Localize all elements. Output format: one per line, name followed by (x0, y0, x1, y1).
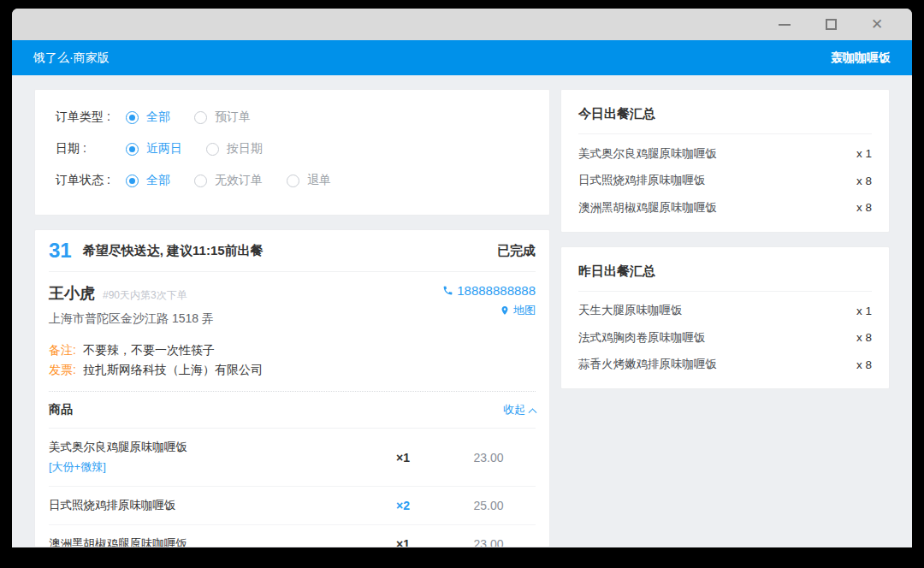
goods-title: 商品 (49, 402, 73, 417)
summary-dish-qty: x 8 (856, 331, 872, 344)
radio-selected-icon (126, 111, 139, 124)
order-card: 31 希望尽快送达, 建议11:15前出餐 已完成 王小虎 #90天内第3次下单… (34, 229, 550, 547)
summary-dish-qty: x 8 (856, 201, 872, 214)
order-filter-panel: 订单类型 : 全部 预订单 日期 : 近两日 (34, 89, 550, 216)
radio-label: 退单 (307, 173, 331, 188)
summary-dish-qty: x 1 (856, 305, 872, 317)
filter-row-status: 订单状态 : 全部 无效订单 退单 (56, 170, 529, 191)
summary-dish-name: 天生大腿原味咖喱饭 (578, 303, 683, 318)
item-name: 日式照烧鸡排原味咖喱饭 (49, 498, 364, 513)
today-summary-card: 今日出餐汇总 美式奥尔良鸡腿原味咖喱饭 x 1 日式照烧鸡排原味咖喱饭 x 8 … (560, 89, 890, 233)
summary-dish-name: 澳洲黑胡椒鸡腿原味咖喱饭 (578, 200, 717, 216)
main-content: 订单类型 : 全部 预订单 日期 : 近两日 (12, 75, 912, 547)
collapse-label: 收起 (503, 402, 525, 417)
summary-dish-name: 蒜香火烤嫩鸡排原味咖喱饭 (578, 357, 717, 372)
radio-status-refund[interactable]: 退单 (287, 173, 331, 188)
minimize-button[interactable] (770, 14, 799, 36)
radio-order-type-all[interactable]: 全部 (126, 109, 170, 125)
item-price: 25.00 (441, 499, 536, 512)
yesterday-summary-card: 昨日出餐汇总 天生大腿原味咖喱饭 x 1 法式鸡胸肉卷原味咖喱饭 x 8 蒜香火… (560, 246, 890, 390)
customer-name: 王小虎 (49, 283, 95, 304)
app-header: 饿了么·商家版 轰咖咖喱饭 (12, 40, 912, 75)
radio-status-invalid[interactable]: 无效订单 (194, 173, 263, 188)
radio-unselected-icon (194, 111, 207, 124)
chevron-up-icon (529, 408, 537, 417)
filter-row-date: 日期 : 近两日 按日期 (56, 139, 529, 159)
order-remarks: 备注:不要辣，不要一次性筷子 发票:拉扎斯网络科技（上海）有限公司 (49, 340, 536, 380)
customer-order-count-tag: #90天内第3次下单 (103, 288, 187, 303)
radio-selected-icon (126, 175, 139, 187)
left-column: 订单类型 : 全部 预订单 日期 : 近两日 (34, 89, 550, 547)
remark-label: 备注: (49, 343, 76, 357)
radio-label: 按日期 (227, 141, 263, 157)
summary-row: 澳洲黑胡椒鸡腿原味咖喱饭 x 8 (578, 188, 872, 227)
item-name: 澳洲黑胡椒鸡腿原味咖喱饭 (49, 536, 364, 547)
item-price: 23.00 (441, 537, 536, 547)
filter-label: 日期 : (56, 141, 126, 157)
remark-text: 不要辣，不要一次性筷子 (83, 343, 215, 357)
window-titlebar: ✕ (12, 9, 912, 40)
item-quantity: ×1 (364, 537, 441, 547)
radio-unselected-icon (287, 175, 299, 187)
item-quantity: ×1 (364, 451, 441, 464)
filter-label: 订单状态 : (56, 173, 126, 188)
radio-label: 全部 (146, 109, 170, 125)
summary-row: 法式鸡胸肉卷原味咖喱饭 x 8 (578, 318, 872, 346)
item-spec: [大份+微辣] (49, 459, 364, 475)
app-title: 饿了么·商家版 (33, 50, 110, 66)
item-price: 23.00 (441, 451, 536, 464)
goods-header: 商品 收起 (49, 392, 536, 429)
close-button[interactable]: ✕ (862, 14, 891, 36)
maximize-button[interactable] (816, 14, 845, 36)
radio-status-all[interactable]: 全部 (126, 173, 170, 188)
remark-line: 备注:不要辣，不要一次性筷子 (49, 340, 536, 360)
right-column: 今日出餐汇总 美式奥尔良鸡腿原味咖喱饭 x 1 日式照烧鸡排原味咖喱饭 x 8 … (560, 89, 890, 547)
summary-dish-qty: x 8 (856, 175, 872, 187)
radio-label: 无效订单 (215, 173, 263, 188)
item-quantity: ×2 (364, 499, 441, 512)
summary-dish-qty: x 8 (856, 358, 872, 371)
filter-label: 订单类型 : (56, 109, 126, 125)
summary-dish-name: 美式奥尔良鸡腿原味咖喱饭 (578, 146, 717, 162)
minimize-icon (779, 24, 791, 26)
invoice-text: 拉扎斯网络科技（上海）有限公司 (83, 363, 263, 376)
radio-label: 全部 (146, 173, 170, 188)
summary-row: 天生大腿原味咖喱饭 x 1 (578, 292, 872, 319)
app-window: ✕ 饿了么·商家版 轰咖咖喱饭 订单类型 : 全部 预订单 (12, 9, 912, 547)
shop-name[interactable]: 轰咖咖喱饭 (831, 50, 891, 66)
phone-icon (442, 285, 453, 296)
item-name: 美式奥尔良鸡腿原味咖喱饭 (49, 440, 364, 455)
customer-block: 王小虎 #90天内第3次下单 上海市普陀区金沙江路 1518 弄 1888888… (49, 272, 536, 327)
radio-unselected-icon (206, 143, 219, 156)
phone-number: 18888888888 (457, 283, 536, 298)
map-label: 地图 (513, 303, 536, 318)
summary-dish-name: 法式鸡胸肉卷原味咖喱饭 (578, 330, 706, 346)
radio-label: 近两日 (146, 141, 182, 157)
map-pin-icon (500, 305, 510, 316)
radio-selected-icon (126, 143, 139, 156)
radio-date-bydate[interactable]: 按日期 (206, 141, 263, 157)
order-item-row: 澳洲黑胡椒鸡腿原味咖喱饭 ×1 23.00 (49, 525, 536, 547)
map-link[interactable]: 地图 (442, 303, 536, 318)
order-delivery-note: 希望尽快送达, 建议11:15前出餐 (83, 243, 497, 259)
order-header: 31 希望尽快送达, 建议11:15前出餐 已完成 (49, 230, 536, 272)
maximize-icon (826, 19, 837, 30)
summary-row: 日式照烧鸡排原味咖喱饭 x 8 (578, 162, 872, 189)
radio-unselected-icon (194, 175, 207, 187)
order-item-row: 美式奥尔良鸡腿原味咖喱饭 [大份+微辣] ×1 23.00 (49, 429, 536, 487)
customer-phone-link[interactable]: 18888888888 (442, 283, 536, 298)
filter-row-order-type: 订单类型 : 全部 预订单 (56, 107, 529, 127)
summary-dish-qty: x 1 (856, 147, 872, 160)
invoice-label: 发票: (49, 363, 76, 376)
order-number: 31 (49, 239, 72, 263)
radio-label: 预订单 (215, 109, 251, 125)
radio-date-recent[interactable]: 近两日 (126, 141, 182, 157)
summary-row: 蒜香火烤嫩鸡排原味咖喱饭 x 8 (578, 346, 872, 384)
invoice-line: 发票:拉扎斯网络科技（上海）有限公司 (49, 360, 536, 380)
summary-dish-name: 日式照烧鸡排原味咖喱饭 (578, 173, 706, 188)
order-status-badge: 已完成 (497, 243, 536, 259)
summary-row: 美式奥尔良鸡腿原味咖喱饭 x 1 (578, 134, 872, 162)
collapse-toggle[interactable]: 收起 (503, 402, 536, 417)
summary-title: 今日出餐汇总 (578, 106, 872, 134)
radio-order-type-preorder[interactable]: 预订单 (194, 109, 251, 125)
